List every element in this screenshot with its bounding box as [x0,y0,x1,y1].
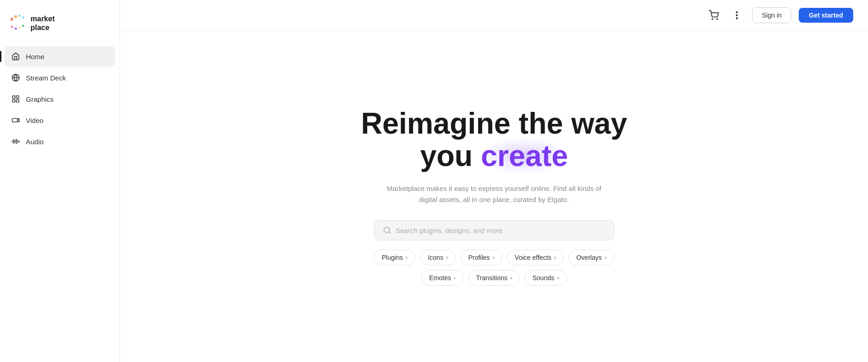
sidebar-item-home[interactable]: Home [5,46,115,67]
stream-deck-icon [11,73,20,82]
more-icon [732,10,742,20]
chevron-right-icon: › [557,275,559,281]
home-icon [11,52,20,61]
logo-icon: × [9,14,28,32]
svg-point-4 [11,26,13,28]
tag-label: Profiles [468,254,490,261]
more-options-button[interactable] [729,7,745,23]
svg-point-22 [712,18,713,19]
svg-point-24 [736,12,737,12]
search-input[interactable] [396,227,606,234]
sidebar-item-audio[interactable]: Audio [5,131,115,152]
getstarted-button[interactable]: Get started [799,8,853,23]
chevron-right-icon: › [446,254,448,261]
hero-subtitle: Marketplace makes it easy to express you… [379,183,610,205]
sidebar-item-video[interactable]: Video [5,110,115,130]
tag-profiles[interactable]: Profiles› [461,250,503,265]
svg-line-28 [388,232,390,233]
tag-label: Voice effects [515,254,551,261]
svg-rect-14 [12,118,18,122]
sidebar-item-stream-deck[interactable]: Stream Deck [5,67,115,88]
chevron-right-icon: › [406,254,407,261]
tag-plugins[interactable]: Plugins› [374,250,415,265]
tag-sounds[interactable]: Sounds› [524,270,566,286]
tags-row: Plugins›Icons›Profiles›Voice effects›Ove… [351,250,637,286]
tag-label: Sounds [532,274,554,282]
svg-point-1 [14,15,17,18]
logo: × market place [0,9,120,46]
search-bar [374,220,614,240]
cart-button[interactable] [706,7,722,23]
chevron-right-icon: › [510,275,512,281]
tag-label: Transitions [476,274,508,282]
svg-point-7 [22,25,24,27]
hero-highlight: create [481,139,568,172]
tag-voice-effects[interactable]: Voice effects› [507,250,564,265]
chevron-right-icon: › [605,254,607,261]
chevron-right-icon: › [492,254,494,261]
header: Sign in Get started [120,0,868,31]
tag-label: Emotes [429,274,451,282]
sidebar: × market place [0,0,120,362]
svg-point-2 [18,15,20,17]
tag-label: Plugins [382,254,403,261]
svg-rect-12 [12,100,15,102]
svg-point-6 [18,27,20,29]
tag-transitions[interactable]: Transitions› [468,270,520,286]
hero-title: Reimagine the way you create [361,107,627,172]
cart-icon [709,10,719,20]
tag-label: Overlays [576,254,601,261]
audio-icon [11,137,20,146]
sidebar-item-graphics[interactable]: Graphics [5,89,115,109]
tag-overlays[interactable]: Overlays› [568,250,614,265]
svg-marker-15 [18,118,19,122]
tag-icons[interactable]: Icons› [420,250,455,265]
svg-point-25 [736,15,737,16]
tag-label: Icons [428,254,443,261]
hero-section: Reimagine the way you create Marketplace… [120,31,868,362]
svg-text:×: × [10,16,13,23]
svg-point-23 [717,18,718,19]
chevron-right-icon: › [454,275,456,281]
logo-text: market place [30,14,55,32]
svg-rect-13 [17,100,19,102]
tag-emotes[interactable]: Emotes› [421,270,463,286]
search-icon [383,226,391,234]
chevron-right-icon: › [554,254,556,261]
main-area: Sign in Get started Reimagine the way yo… [120,0,868,362]
graphics-icon [11,94,20,104]
svg-rect-10 [12,96,15,98]
signin-button[interactable]: Sign in [752,7,791,23]
svg-point-3 [22,17,24,19]
svg-point-26 [736,18,737,18]
svg-point-5 [14,27,17,30]
sidebar-navigation: Home Stream Deck [0,46,120,152]
video-icon [11,116,20,125]
svg-rect-11 [17,96,19,98]
